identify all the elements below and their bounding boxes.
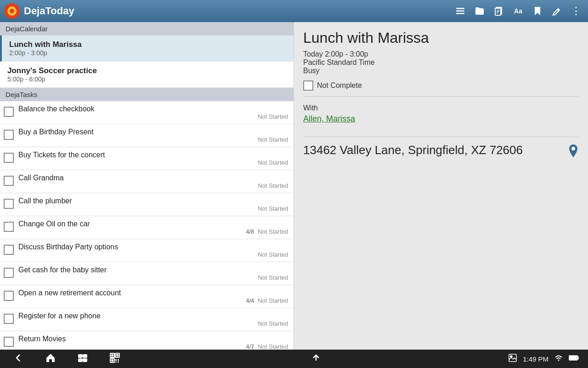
- folder-icon-btn[interactable]: [471, 3, 488, 19]
- font-icon-btn[interactable]: Aa: [510, 3, 526, 19]
- svg-point-11: [571, 147, 575, 150]
- task-status: Not Started: [258, 320, 288, 327]
- task-checkbox-5[interactable]: [4, 222, 14, 232]
- svg-rect-5: [456, 13, 464, 14]
- task-checkbox-4[interactable]: [4, 199, 14, 209]
- task-checkbox-10[interactable]: [4, 337, 14, 347]
- task-status: Not Started: [258, 274, 288, 281]
- task-item-5[interactable]: Change Oil on the car 4/8 Not Started: [0, 216, 294, 239]
- task-item-9[interactable]: Register for a new phone Not Started: [0, 308, 294, 331]
- task-title: Get cash for the baby sitter: [18, 266, 288, 274]
- task-title: Call Grandma: [18, 174, 288, 182]
- map-pin-icon[interactable]: [568, 144, 579, 160]
- address-text: 13462 Valley Lane, Springfield, XZ 72606: [303, 143, 564, 158]
- calendar-item-0[interactable]: Lunch with Marissa 2:00p - 3:00p: [0, 35, 294, 62]
- tasks-container: Balance the checkbook Not Started Buy a …: [0, 101, 294, 350]
- gallery-icon: [508, 353, 517, 364]
- task-checkbox-2[interactable]: [4, 153, 14, 163]
- task-title: Balance the checkbook: [18, 105, 288, 113]
- task-checkbox-0[interactable]: [4, 107, 14, 117]
- svg-rect-19: [116, 354, 119, 356]
- complete-label: Not Complete: [317, 81, 362, 90]
- complete-checkbox[interactable]: [303, 80, 313, 91]
- svg-rect-29: [577, 356, 578, 359]
- svg-rect-14: [79, 359, 82, 362]
- task-progress: 4/4: [246, 297, 254, 304]
- top-bar: DejaToday Aa: [0, 0, 588, 22]
- qr-button[interactable]: [106, 351, 124, 368]
- svg-rect-4: [456, 11, 464, 12]
- task-title: Buy a Birthday Present: [18, 128, 288, 136]
- right-panel: Lunch with Marissa Today 2:00p - 3:00p P…: [294, 22, 588, 350]
- edit-icon-btn[interactable]: [548, 3, 565, 19]
- task-item-10[interactable]: Return Movies 4/7 Not Started: [0, 331, 294, 350]
- bottom-nav-left: [9, 351, 124, 368]
- calendar-item-1[interactable]: Jonny's Soccer practice 5:00p - 6:00p: [0, 62, 294, 88]
- task-item-4[interactable]: Call the plumber Not Started: [0, 193, 294, 216]
- event-detail-title: Lunch with Marissa: [303, 29, 579, 46]
- task-item-7[interactable]: Get cash for the baby sitter Not Started: [0, 262, 294, 285]
- list-icon-btn[interactable]: [452, 3, 469, 19]
- svg-rect-24: [115, 362, 117, 362]
- svg-rect-21: [111, 359, 113, 362]
- address-row: 13462 Valley Lane, Springfield, XZ 72606: [303, 143, 579, 160]
- wifi-icon: [554, 354, 563, 364]
- complete-row: Not Complete: [303, 80, 579, 97]
- task-status: Not Started: [258, 159, 288, 166]
- left-panel: DejaCalendar Lunch with Marissa 2:00p - …: [0, 22, 294, 350]
- svg-rect-12: [79, 355, 82, 357]
- calendar-items-container: Lunch with Marissa 2:00p - 3:00p Jonny's…: [0, 35, 294, 88]
- task-status: Not Started: [258, 228, 288, 235]
- battery-icon: [569, 355, 579, 363]
- more-icon-btn[interactable]: ⋮: [568, 3, 584, 19]
- home-button[interactable]: [41, 351, 60, 368]
- tasks-section-header: DejaTasks: [0, 88, 294, 101]
- calendar-item-title: Jonny's Soccer practice: [7, 66, 288, 75]
- task-title: Buy Tickets for the concert: [18, 151, 288, 159]
- task-status: Not Started: [258, 182, 288, 189]
- svg-rect-17: [111, 354, 113, 356]
- calendar-item-time: 2:00p - 3:00p: [9, 49, 288, 57]
- task-checkbox-6[interactable]: [4, 245, 14, 255]
- svg-point-2: [10, 9, 14, 13]
- app-title: DejaToday: [24, 5, 452, 17]
- copy-icon-btn[interactable]: [491, 3, 507, 19]
- app-logo: [4, 3, 20, 19]
- task-item-1[interactable]: Buy a Birthday Present Not Started: [0, 124, 294, 147]
- svg-rect-22: [115, 359, 117, 361]
- status-time: 1:49 PM: [523, 355, 548, 363]
- calendar-section-header: DejaCalendar: [0, 22, 294, 35]
- recents-button[interactable]: [74, 351, 92, 368]
- task-item-6[interactable]: Discuss Birthday Party options Not Start…: [0, 239, 294, 262]
- task-item-2[interactable]: Buy Tickets for the concert Not Started: [0, 147, 294, 170]
- task-status: Not Started: [258, 113, 288, 120]
- task-progress: 4/8: [246, 228, 254, 235]
- svg-rect-15: [83, 359, 87, 362]
- event-detail-datetime: Today 2:00p - 3:00p: [303, 50, 579, 58]
- bookmark-icon-btn[interactable]: [529, 3, 546, 19]
- task-checkbox-9[interactable]: [4, 314, 14, 324]
- task-item-3[interactable]: Call Grandma Not Started: [0, 170, 294, 193]
- task-checkbox-8[interactable]: [4, 291, 14, 301]
- bottom-right-status: 1:49 PM: [508, 353, 579, 364]
- contact-name[interactable]: Allen, Marissa: [303, 114, 579, 124]
- svg-rect-13: [83, 355, 87, 357]
- task-checkbox-7[interactable]: [4, 268, 14, 278]
- bottom-bar: 1:49 PM: [0, 350, 588, 368]
- calendar-item-title: Lunch with Marissa: [9, 40, 288, 49]
- back-button[interactable]: [9, 351, 28, 368]
- task-item-8[interactable]: Open a new retirement account 4/4 Not St…: [0, 285, 294, 308]
- bottom-center-button[interactable]: [311, 352, 322, 366]
- task-title: Open a new retirement account: [18, 289, 288, 297]
- svg-rect-30: [570, 356, 577, 360]
- task-status: Not Started: [258, 297, 288, 304]
- svg-rect-25: [118, 362, 119, 362]
- task-title: Discuss Birthday Party options: [18, 243, 288, 251]
- task-checkbox-1[interactable]: [4, 130, 14, 140]
- event-detail-timezone: Pacific Standard Time: [303, 58, 579, 67]
- main-content: DejaCalendar Lunch with Marissa 2:00p - …: [0, 22, 588, 350]
- task-item-0[interactable]: Balance the checkbook Not Started: [0, 101, 294, 124]
- calendar-item-time: 5:00p - 6:00p: [7, 75, 288, 83]
- task-checkbox-3[interactable]: [4, 176, 14, 186]
- svg-rect-23: [118, 359, 119, 361]
